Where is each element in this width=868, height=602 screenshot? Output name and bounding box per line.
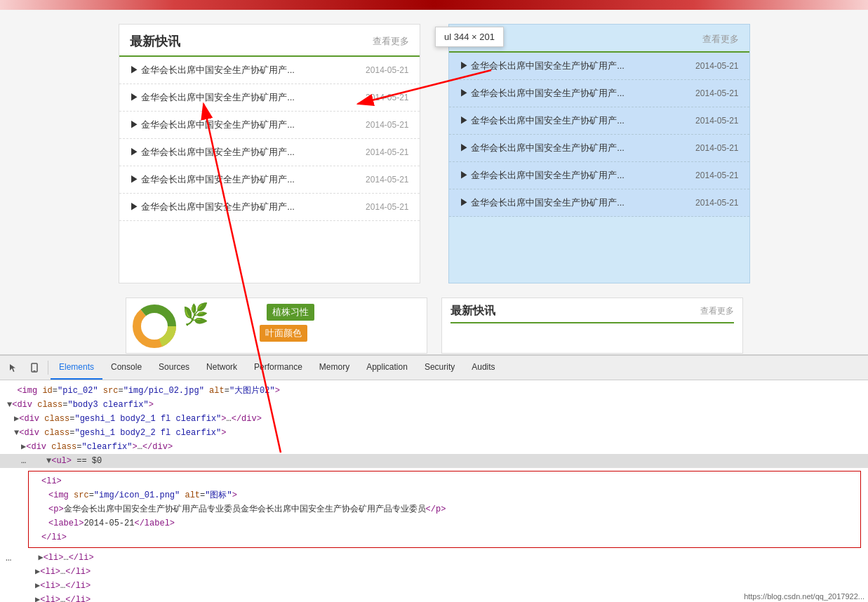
left-panel-more[interactable]: 查看更多 <box>373 35 409 48</box>
code-line: ▶<div class="clearfix">…</div> <box>0 440 868 454</box>
dots-row: … ▶<li>…</li> <box>0 551 868 565</box>
left-news-list: ▶ 金华会长出席中国安全生产协矿用产... 2014-05-21 ▶ 金华会长出… <box>119 57 420 221</box>
left-panel-title: 最新快讯 <box>130 33 180 50</box>
bottom-right-panel: 最新快讯 查看更多 <box>441 297 743 354</box>
highlighted-code-box: <li> <img src="img/icon_01.png" alt="图标"… <box>28 471 861 548</box>
list-item[interactable]: ▶ 金华会长出席中国安全生产协矿用产... 2014-05-21 <box>119 57 420 84</box>
cursor-icon[interactable] <box>4 358 23 377</box>
list-item[interactable]: ▶ 金华会长出席中国安全生产协矿用产... 2014-05-21 <box>449 80 749 107</box>
tab-network[interactable]: Network <box>198 356 246 380</box>
code-line: ▶<li>…</li> <box>0 579 868 593</box>
code-line: ▼<div class="body3 clearfix"> <box>0 398 868 412</box>
code-line: ▶<li>…</li> <box>17 551 97 565</box>
tab-performance[interactable]: Performance <box>246 356 311 380</box>
url-bar: https://blog.csdn.net/qq_2017922... <box>744 592 864 601</box>
bottom-section: 🌿 植株习性 叶面颜色 最新快讯 查看更多 <box>0 297 868 354</box>
tab-memory[interactable]: Memory <box>311 356 358 380</box>
code-line: <img src="img/icon_01.png" alt="图标"> <box>34 488 855 502</box>
list-item[interactable]: ▶ 金华会长出席中国安全生产协矿用产... 2014-05-21 <box>119 84 420 112</box>
tab-application[interactable]: Application <box>358 356 416 380</box>
code-line: <img id="pic_02" src="img/pic_02.jpg" al… <box>0 384 868 398</box>
left-news-panel: 最新快讯 查看更多 ▶ 金华会长出席中国安全生产协矿用产... 2014-05-… <box>119 24 420 283</box>
list-item[interactable]: ▶ 金华会长出席中国安全生产协矿用产... 2014-05-21 <box>449 53 749 80</box>
list-item[interactable]: ▶ 金华会长出席中国安全生产协矿用产... 2014-05-21 <box>119 166 420 194</box>
tab-separator <box>48 361 48 375</box>
code-line: <p>金华会长出席中国安全生产协矿用产品专业委员金华会长出席中国安全生产协会矿用… <box>34 502 855 516</box>
code-line: <label>2014-05-21</label> <box>34 516 855 530</box>
code-line: ▼<div class="geshi_1 body2_2 fl clearfix… <box>0 426 868 440</box>
panels-container: 最新快讯 查看更多 ▶ 金华会长出席中国安全生产协矿用产... 2014-05-… <box>0 24 868 283</box>
left-panel-header: 最新快讯 查看更多 <box>119 25 420 57</box>
code-line: ▶<li>…</li> <box>0 593 868 602</box>
list-item[interactable]: ▶ 金华会长出席中国安全生产协矿用产... 2014-05-21 <box>449 162 749 189</box>
tooltip: ul 344 × 201 <box>435 27 504 47</box>
list-item[interactable]: ▶ 金华会长出席中国安全生产协矿用产... 2014-05-21 <box>449 189 749 217</box>
bottom-right-header: 最新快讯 查看更多 <box>450 304 734 323</box>
code-line: <li> <box>34 474 855 488</box>
banner <box>0 0 868 10</box>
dots-button[interactable]: … <box>0 552 17 563</box>
list-item[interactable]: ▶ 金华会长出席中国安全生产协矿用产... 2014-05-21 <box>119 112 420 139</box>
donut-chart <box>130 302 179 351</box>
list-item[interactable]: ▶ 金华会长出席中国安全生产协矿用产... 2014-05-21 <box>119 139 420 166</box>
orange-badge: 叶面颜色 <box>260 325 307 342</box>
bottom-right-title: 最新快讯 <box>450 304 495 319</box>
code-line: ▶<li>…</li> <box>0 565 868 579</box>
plant-icon: 🌿 <box>182 302 208 326</box>
code-line: ▶<div class="geshi_1 body2_1 fl clearfix… <box>0 412 868 426</box>
tab-console[interactable]: Console <box>102 356 150 380</box>
tab-security[interactable]: Security <box>416 356 463 380</box>
right-panel-more[interactable]: 查看更多 <box>702 33 739 46</box>
devtools-tabs: Elements Console Sources Network Perform… <box>0 356 868 380</box>
bottom-right-more[interactable]: 查看更多 <box>700 305 734 317</box>
list-item[interactable]: ▶ 金华会长出席中国安全生产协矿用产... 2014-05-21 <box>449 107 749 135</box>
list-item[interactable]: ▶ 金华会长出席中国安全生产协矿用产... 2014-05-21 <box>119 194 420 221</box>
tab-sources[interactable]: Sources <box>150 356 198 380</box>
code-area[interactable]: <img id="pic_02" src="img/pic_02.jpg" al… <box>0 380 868 602</box>
tab-elements[interactable]: Elements <box>51 356 102 380</box>
website-area: 最新快讯 查看更多 ▶ 金华会长出席中国安全生产协矿用产... 2014-05-… <box>0 0 868 354</box>
green-badge: 植株习性 <box>267 304 314 321</box>
devtools-panel: Elements Console Sources Network Perform… <box>0 354 868 602</box>
right-news-panel: 查看更多 ▶ 金华会长出席中国安全生产协矿用产... 2014-05-21 ▶ … <box>448 24 750 283</box>
plant-panel: 🌿 植株习性 叶面颜色 <box>126 297 427 354</box>
code-line: </li> <box>34 530 855 544</box>
tab-audits[interactable]: Audits <box>463 356 503 380</box>
list-item[interactable]: ▶ 金华会长出席中国安全生产协矿用产... 2014-05-21 <box>449 135 749 162</box>
code-line-ul: … ▼<ul> == $0 <box>0 454 868 468</box>
mobile-icon[interactable] <box>25 358 44 377</box>
